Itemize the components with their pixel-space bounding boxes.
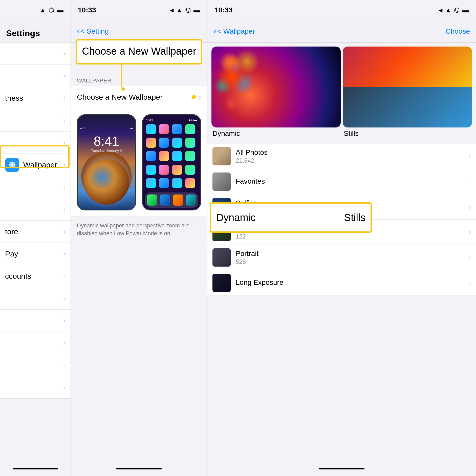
photo-row-all[interactable]: All Photos 21,342 ›: [207, 144, 476, 169]
chevron-back-icon: ‹: [77, 27, 80, 36]
back-to-wallpaper[interactable]: ‹ < Wallpaper: [213, 27, 255, 36]
settings-row-wallpaper[interactable]: Wallpaper ›: [0, 154, 71, 176]
photo-row-longexposure[interactable]: Long Exposure ›: [207, 270, 476, 295]
chevron-11: ›: [63, 361, 66, 369]
photo-row-live[interactable]: Live Photos 122 ›: [207, 220, 476, 245]
wallpaper-categories-row: Dynamic Stills: [207, 42, 476, 144]
back-settings-label: < Setting: [81, 27, 109, 35]
settings-row-7[interactable]: ›: [0, 198, 71, 221]
choose-row-chevron: ›: [199, 93, 201, 101]
home-status-bar: 9:41 ▲⌬▬: [145, 117, 199, 123]
favorites-info: Favorites: [236, 177, 469, 186]
svg-point-0: [11, 164, 13, 166]
settings-row-fitness[interactable]: tness ›: [0, 87, 71, 109]
chevron-1: ›: [63, 50, 66, 57]
all-photos-thumb: [212, 147, 231, 165]
app-13: [146, 165, 156, 175]
lock-screen-preview: ▲⌬ ▬ 8:41 Tuesday, January 9: [77, 114, 136, 210]
portrait-name: Portrait: [236, 250, 469, 258]
all-photos-count: 21,342: [236, 157, 469, 164]
lock-signal: ▲⌬: [80, 126, 85, 129]
back-wallpaper-label: < Wallpaper: [217, 27, 255, 35]
selfies-name: Selfies: [236, 199, 469, 207]
status-bar-panel3: 10:33 ◀ ▲ ⌬ ▬: [207, 0, 476, 20]
status-icons-p2: ◀ ▲ ⌬ ▬: [170, 6, 200, 14]
settings-row-10[interactable]: ›: [0, 332, 71, 354]
app-2: [159, 124, 169, 134]
settings-row-2[interactable]: ›: [0, 65, 71, 87]
choose-new-wallpaper-row[interactable]: Choose a New Wallpaper ›: [71, 86, 207, 108]
home-screen-preview: 9:41 ▲⌬▬: [142, 114, 201, 210]
chevron-8: ›: [63, 294, 66, 302]
dynamic-wallpaper-thumb[interactable]: [211, 47, 341, 127]
photo-row-selfies[interactable]: Selfies 826 ›: [207, 194, 476, 220]
app-3: [172, 124, 182, 134]
svg-point-2: [11, 166, 13, 168]
selfies-thumb: [212, 198, 231, 216]
settings-row-8[interactable]: ›: [0, 287, 71, 310]
status-time-p2: 10:33: [78, 6, 96, 14]
app-20: [185, 178, 195, 188]
disclaimer-text: Dynamic wallpaper and perspective zoom a…: [71, 217, 207, 243]
app-11: [172, 151, 182, 161]
location-icon-p3: ◀: [439, 7, 442, 13]
earth-visual: [84, 159, 129, 205]
pay-label: Pay: [5, 250, 63, 258]
settings-row-1[interactable]: ›: [0, 42, 71, 65]
settings-row-accounts[interactable]: ccounts ›: [0, 265, 71, 287]
settings-row-11[interactable]: ›: [0, 354, 71, 376]
status-bar-panel2: 10:33 ◀ ▲ ⌬ ▬: [71, 0, 207, 20]
app-7: [172, 138, 182, 148]
dock-app-2: [160, 194, 170, 206]
settings-list: › › tness › › ›: [0, 42, 71, 399]
settings-row-5[interactable]: ›: [0, 132, 71, 154]
chevron-accounts: ›: [63, 272, 66, 280]
choose-row-label: Choose a New Wallpaper: [77, 93, 190, 101]
favorites-name: Favorites: [236, 177, 469, 185]
stills-wallpaper-thumb[interactable]: [343, 47, 472, 127]
home-dock: [145, 192, 199, 208]
callout-line-vertical: [121, 64, 122, 87]
wifi-icon-p2: ⌬: [185, 6, 191, 14]
settings-row-6[interactable]: ›: [0, 176, 71, 198]
wallpaper-preview-area: ▲⌬ ▬ 8:41 Tuesday, January 9 9:41 ▲⌬▬: [71, 108, 207, 217]
live-photos-name: Live Photos: [236, 224, 469, 232]
chevron-7: ›: [63, 205, 66, 213]
wallpaper-section-label: WALLPAPER: [77, 77, 112, 84]
wifi-icon-p3: ⌬: [454, 6, 460, 14]
signal-icon-p3: ▲: [445, 6, 451, 14]
settings-row-pay[interactable]: Pay ›: [0, 243, 71, 265]
app-15: [172, 165, 182, 175]
photo-row-favorites[interactable]: Favorites ›: [207, 169, 476, 194]
settings-row-4[interactable]: ›: [0, 109, 71, 132]
dynamic-category[interactable]: Dynamic: [211, 47, 341, 140]
choose-nav-action[interactable]: Choose: [445, 27, 470, 35]
settings-row-9[interactable]: ›: [0, 310, 71, 332]
app-9: [146, 151, 156, 161]
photo-row-portrait[interactable]: Portrait 528 ›: [207, 245, 476, 270]
home-apps-grid: [145, 123, 199, 191]
battery-icon-p3: ▬: [462, 6, 469, 14]
callout-dot: [121, 87, 125, 91]
store-label: tore: [5, 227, 63, 236]
settings-nav: Settings: [0, 20, 71, 42]
all-photos-chevron: ›: [469, 152, 471, 160]
svg-point-3: [9, 164, 11, 166]
location-icon-p2: ◀: [170, 7, 174, 13]
dock-app-4: [186, 194, 196, 206]
back-to-settings[interactable]: ‹ < Setting: [77, 27, 109, 36]
chevron-2: ›: [63, 72, 66, 80]
chevron-wallpaper: ›: [63, 161, 66, 169]
wallpaper-settings-nav: ‹ < Setting: [71, 20, 207, 42]
portrait-thumb: [212, 248, 231, 267]
wifi-icon-p1: ⌬: [49, 6, 54, 14]
chevron-back-icon-p3: ‹: [213, 27, 216, 36]
stills-category[interactable]: Stills: [343, 47, 472, 140]
app-17: [146, 178, 156, 188]
dock-app-1: [147, 194, 157, 206]
bokeh-3: [234, 49, 259, 74]
lock-status-bar: ▲⌬ ▬: [78, 125, 135, 131]
settings-row-12[interactable]: ›: [0, 376, 71, 399]
photo-library-list: All Photos 21,342 › Favorites › Selfies …: [207, 144, 476, 295]
settings-row-store[interactable]: tore ›: [0, 221, 71, 243]
